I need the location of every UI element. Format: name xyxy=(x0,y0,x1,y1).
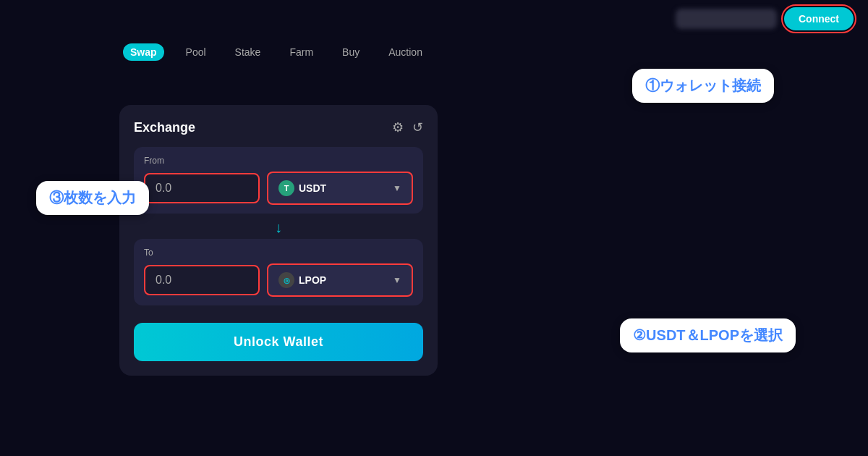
lpop-token-row: ◎ LPOP xyxy=(278,272,326,288)
unlock-wallet-button[interactable]: Unlock Wallet xyxy=(134,323,423,361)
to-token-selector[interactable]: ◎ LPOP ▼ xyxy=(267,263,413,297)
panel-header: Exchange ⚙ ↺ xyxy=(134,119,423,135)
to-section: To 0.0 ◎ LPOP ▼ xyxy=(134,239,423,305)
annotation-enter-amount: ③枚数を入力 xyxy=(36,181,149,215)
tab-buy[interactable]: Buy xyxy=(335,43,367,61)
from-row: 0.0 T USDT ▼ xyxy=(144,172,413,205)
nav-tabs: Swap Pool Stake Farm Buy Auction xyxy=(0,38,868,67)
panel-icons: ⚙ ↺ xyxy=(392,119,423,135)
to-row: 0.0 ◎ LPOP ▼ xyxy=(144,263,413,297)
swap-direction-arrow[interactable]: ↓ xyxy=(134,219,423,236)
usdt-chevron-icon: ▼ xyxy=(393,183,401,193)
usdt-token-row: T USDT xyxy=(278,180,326,196)
annotation-token-select: ②USDT＆LPOPを選択 xyxy=(620,318,796,352)
from-token-selector[interactable]: T USDT ▼ xyxy=(267,172,413,205)
tab-stake[interactable]: Stake xyxy=(228,43,268,61)
annotation-wallet-connect: ①ウォレット接続 xyxy=(632,69,774,103)
lpop-chevron-icon: ▼ xyxy=(393,275,401,285)
tab-auction[interactable]: Auction xyxy=(381,43,430,61)
lpop-icon: ◎ xyxy=(278,272,294,288)
tab-swap[interactable]: Swap xyxy=(123,43,164,61)
to-amount-display: 0.0 xyxy=(144,265,260,295)
usdt-icon: T xyxy=(278,180,294,196)
exchange-panel: Exchange ⚙ ↺ From 0.0 T USDT ▼ ↓ To 0.0 xyxy=(119,105,438,376)
blurred-user-info xyxy=(676,9,777,29)
tab-farm[interactable]: Farm xyxy=(282,43,320,61)
settings-icon[interactable]: ⚙ xyxy=(392,119,404,135)
connect-button[interactable]: Connect xyxy=(784,7,854,30)
topbar: Connect xyxy=(0,0,868,38)
lpop-label: LPOP xyxy=(299,274,326,286)
to-label: To xyxy=(144,248,413,258)
from-section: From 0.0 T USDT ▼ xyxy=(134,147,423,214)
from-amount-input[interactable]: 0.0 xyxy=(144,173,260,203)
from-label: From xyxy=(144,156,413,166)
exchange-title: Exchange xyxy=(134,120,195,135)
tab-pool[interactable]: Pool xyxy=(179,43,213,61)
usdt-label: USDT xyxy=(299,182,326,194)
history-icon[interactable]: ↺ xyxy=(412,119,423,135)
